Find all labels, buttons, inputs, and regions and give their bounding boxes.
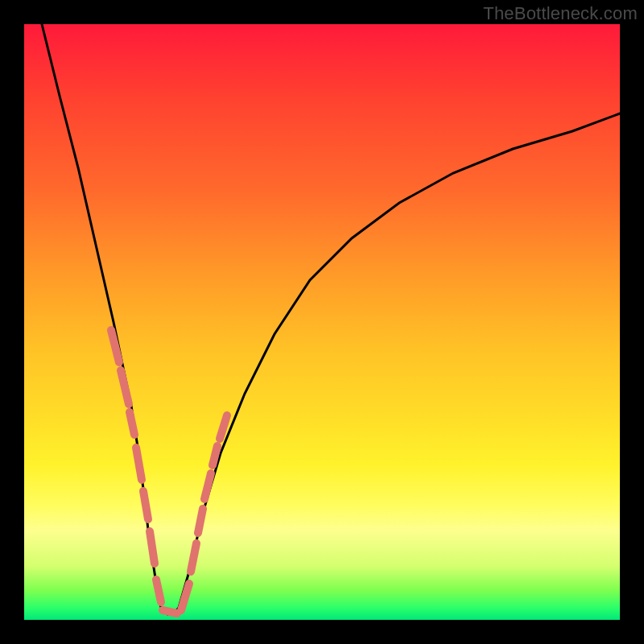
marker-left-5 (143, 491, 148, 519)
marker-right-5 (220, 415, 227, 439)
marker-right-4 (213, 446, 217, 465)
marker-left-3 (130, 412, 134, 435)
marker-left-4 (136, 448, 142, 480)
marker-left-1 (111, 330, 119, 362)
marker-bottom-2 (163, 610, 177, 613)
curve-svg (24, 24, 620, 620)
marker-right-2 (198, 509, 203, 533)
outer-frame: TheBottleneck.com (0, 0, 644, 644)
marker-left-2 (121, 370, 129, 404)
watermark-text: TheBottleneck.com (483, 3, 638, 24)
plot-area (24, 24, 620, 620)
marker-right-1 (191, 543, 196, 572)
marker-bottom-3 (181, 584, 189, 610)
marker-right-3 (204, 473, 211, 499)
marker-bottom-1 (156, 580, 161, 602)
bottleneck-curve (42, 24, 620, 614)
marker-left-6 (150, 531, 155, 564)
